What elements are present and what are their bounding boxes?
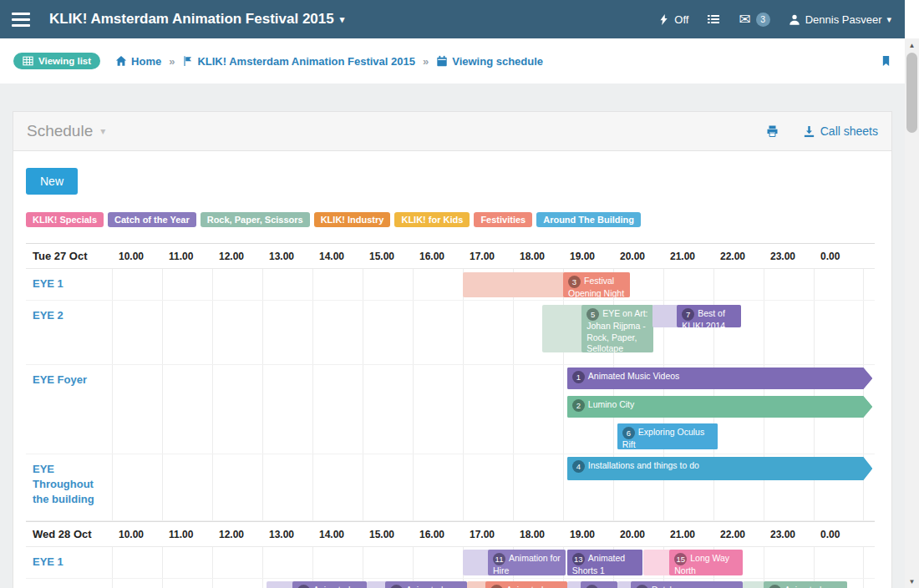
panel-header: Schedule ▾ Call sheets — [13, 112, 891, 151]
schedule-event[interactable]: 10Animated — [467, 581, 567, 588]
schedule-row: EYE Foyer1Animated Music Videos2Lumino C… — [26, 365, 875, 454]
schedule-lane: 8Animated9Animated10Animated1214Dutch16A… — [112, 579, 864, 588]
call-sheets-label: Call sheets — [820, 124, 878, 138]
schedule-event[interactable]: 2Lumino City — [567, 396, 872, 418]
schedule-event[interactable]: 15Long Way North — [643, 550, 743, 575]
schedule-event[interactable]: 16Animated — [743, 581, 847, 588]
schedule-event[interactable]: 11Animation for Hire — [463, 550, 566, 575]
event-number-badge: 16 — [769, 585, 781, 588]
festival-title: KLIK! Amsterdam Animation Festival 2015 — [49, 11, 334, 28]
event-body: 16Animated — [764, 581, 847, 588]
breadcrumb-separator: » — [423, 55, 429, 68]
event-body: 8Animated — [292, 581, 367, 588]
category-tag[interactable]: Catch of the Year — [108, 212, 196, 227]
lightning-icon — [658, 13, 669, 26]
hour-label: 16.00 — [413, 251, 463, 262]
user-menu[interactable]: Dennis Pasveer ▾ — [789, 13, 891, 26]
hour-label: 0.00 — [814, 529, 864, 540]
schedule-event[interactable]: 8Animated — [267, 581, 367, 588]
event-title: Animated — [406, 585, 443, 588]
new-button[interactable]: New — [26, 168, 78, 195]
breadcrumb-link[interactable]: Viewing schedule — [436, 55, 543, 68]
viewing-list-toggle[interactable]: Viewing list — [13, 53, 100, 69]
category-tag[interactable]: KLIK! Specials — [26, 212, 104, 227]
event-title: Installations and things to do — [588, 460, 699, 470]
calendar-icon — [436, 55, 448, 67]
event-number-badge: 10 — [490, 585, 503, 588]
venue-link[interactable]: EYE 2 — [26, 301, 112, 364]
hour-label: 15.00 — [363, 251, 413, 262]
envelope-icon: ✉ — [739, 13, 750, 27]
hour-label: 19.00 — [563, 529, 613, 540]
category-tag[interactable]: KLIK! for Kids — [394, 212, 470, 227]
messages-button[interactable]: ✉ 3 — [739, 13, 769, 27]
category-tag[interactable]: Around The Building — [536, 212, 641, 227]
schedule-event[interactable]: 7Best of KLIK! 2014 — [652, 305, 741, 327]
event-number-badge: 9 — [390, 585, 403, 588]
schedule-event[interactable]: 6Exploring Oculus Rift — [617, 423, 718, 449]
event-number-badge: 1 — [572, 371, 585, 383]
navbar-actions: Off ✉ 3 Dennis Pasveer ▾ — [658, 13, 905, 27]
scroll-up-button[interactable]: ▲ — [905, 38, 919, 52]
event-title: Animated — [506, 585, 543, 588]
festival-title-dropdown[interactable]: KLIK! Amsterdam Animation Festival 2015 … — [49, 11, 344, 28]
hour-label: 20.00 — [613, 251, 663, 262]
schedule-event[interactable]: 14Dutch — [617, 581, 743, 588]
panel-body: New KLIK! SpecialsCatch of the YearRock,… — [13, 151, 891, 588]
panel-title-dropdown[interactable]: Schedule ▾ — [27, 122, 105, 140]
call-sheets-button[interactable]: Call sheets — [803, 124, 878, 138]
download-icon — [803, 125, 815, 138]
hour-label: 19.00 — [563, 251, 613, 262]
power-toggle[interactable]: Off — [658, 13, 688, 26]
category-tag[interactable]: KLIK! Industry — [314, 212, 391, 227]
hour-label: 23.00 — [764, 529, 814, 540]
event-body: 13Animated Shorts 1 — [567, 550, 642, 575]
event-number-badge: 5 — [586, 308, 599, 321]
venue-link[interactable]: EYE 1 — [26, 547, 112, 578]
category-tag[interactable]: Festivities — [474, 212, 532, 227]
schedule-lane: 5EYE on Art: Johan Rijpma - Rock, Paper,… — [112, 301, 864, 364]
venue-link[interactable]: EYE 1 — [26, 269, 112, 300]
schedule-event[interactable]: 9Animated — [367, 581, 467, 588]
menu-toggle-button[interactable] — [0, 9, 43, 30]
breadcrumb-link[interactable]: Home — [115, 55, 161, 68]
event-number-badge: 3 — [568, 276, 581, 288]
print-button[interactable] — [765, 124, 779, 138]
user-name: Dennis Pasveer — [805, 13, 882, 26]
schedule-event[interactable]: 1Animated Music Videos — [567, 368, 872, 389]
schedule-event[interactable]: 4Installations and things to do — [567, 457, 872, 480]
category-tag[interactable]: Rock, Paper, Scissors — [201, 212, 310, 227]
chevron-down-icon: ▾ — [100, 126, 105, 136]
hour-label: 21.00 — [663, 251, 713, 262]
schedule-event[interactable]: 12 — [567, 581, 617, 588]
venue-link[interactable]: EYE Throughout the building — [26, 454, 112, 520]
event-number-badge: 14 — [636, 585, 648, 588]
bookmark-icon[interactable] — [881, 54, 891, 68]
event-body: 12 — [581, 581, 617, 588]
scrollbar-thumb[interactable] — [906, 53, 917, 133]
category-tags: KLIK! SpecialsCatch of the YearRock, Pap… — [26, 212, 875, 227]
event-body: 3Festival Opening Night — [563, 272, 630, 297]
hour-label: 22.00 — [713, 251, 764, 262]
breadcrumb-link[interactable]: KLIK! Amsterdam Animation Festival 2015 — [182, 55, 415, 68]
event-number-badge: 13 — [572, 553, 585, 565]
vertical-scrollbar[interactable]: ▲ ▼ — [905, 38, 919, 588]
schedule-lane: 4Installations and things to do — [112, 454, 864, 520]
scroll-down-button[interactable]: ▼ — [905, 575, 919, 588]
breadcrumb-label: KLIK! Amsterdam Animation Festival 2015 — [197, 55, 415, 68]
unread-count-badge: 3 — [756, 13, 770, 27]
venue-link[interactable]: EYE Foyer — [26, 365, 112, 454]
schedule-event[interactable]: 3Festival Opening Night — [463, 272, 630, 297]
breadcrumb-trail: Home»KLIK! Amsterdam Animation Festival … — [115, 55, 543, 68]
hour-label: 0.00 — [814, 251, 864, 262]
schedule-event[interactable]: 5EYE on Art: Johan Rijpma - Rock, Paper,… — [542, 305, 653, 352]
hour-label: 13.00 — [262, 529, 312, 540]
event-body: 2Lumino City — [567, 396, 872, 418]
hour-label: 14.00 — [312, 251, 363, 262]
event-body: 10Animated — [485, 581, 567, 588]
schedule-event[interactable]: 13Animated Shorts 1 — [567, 550, 642, 575]
queue-button[interactable] — [707, 13, 720, 26]
hour-label: 20.00 — [613, 529, 663, 540]
venue-link[interactable]: EYE 2 — [26, 579, 112, 588]
day-header-row: Tue 27 Oct10.0011.0012.0013.0014.0015.00… — [26, 243, 875, 269]
